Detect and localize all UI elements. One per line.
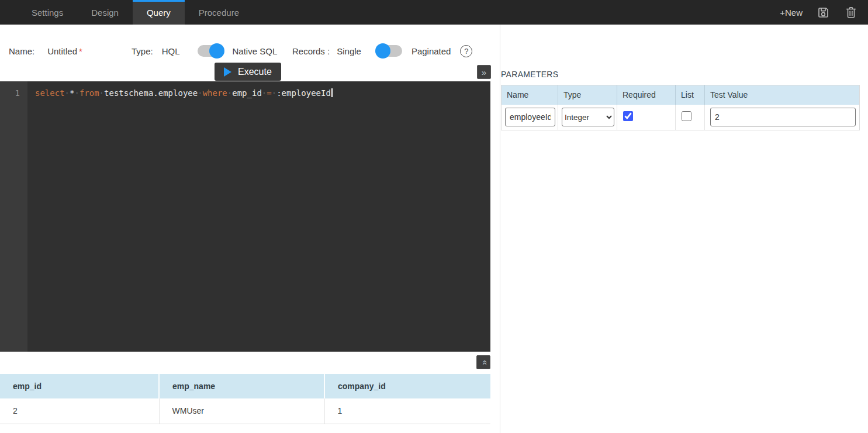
type-option-hql[interactable]: HQL	[162, 46, 180, 56]
play-icon	[224, 67, 231, 77]
parameters-title: PARAMETERS	[501, 70, 558, 79]
param-name-input[interactable]	[505, 108, 555, 126]
editor-code-area[interactable]: select·*·from·testschema.employee·where·…	[27, 81, 490, 352]
param-test-value-input[interactable]	[710, 108, 856, 126]
tab-procedure[interactable]: Procedure	[185, 0, 253, 25]
param-list-checkbox[interactable]	[682, 111, 691, 121]
expand-panel-button[interactable]: »	[477, 65, 491, 79]
code-line[interactable]: select·*·from·testschema.employee·where·…	[35, 88, 490, 99]
editor-gutter: 1	[0, 81, 27, 352]
query-name-value[interactable]: Untitled	[47, 46, 77, 56]
type-toggle-group: Type: HQL Native SQL	[132, 43, 277, 59]
save-icon[interactable]	[815, 5, 831, 20]
type-toggle-knob[interactable]	[209, 43, 224, 59]
sql-editor[interactable]: 1 select·*·from·testschema.employee·wher…	[0, 81, 490, 352]
param-col-name: Name	[502, 85, 558, 105]
double-chevron-up-icon: »	[479, 360, 489, 365]
tab-query[interactable]: Query	[133, 0, 185, 25]
tab-bar: Settings Design Query Procedure	[18, 0, 253, 25]
result-cell-emp-id: 2	[0, 398, 159, 424]
parameters-header-row: Name Type Required List Test Value	[502, 85, 860, 105]
tab-design[interactable]: Design	[77, 0, 133, 25]
name-label: Name:	[9, 46, 34, 56]
result-cell-emp-name: WMUser	[159, 398, 324, 424]
topbar-actions: +New	[780, 0, 868, 25]
result-col-emp-id: emp_id	[0, 374, 159, 398]
line-number: 1	[15, 88, 20, 98]
collapse-results-button[interactable]: »	[476, 355, 490, 369]
records-option-paginated[interactable]: Paginated	[411, 46, 451, 56]
type-toggle[interactable]	[198, 45, 223, 57]
type-label: Type:	[132, 46, 153, 56]
parameters-table: Name Type Required List Test Value Integ…	[501, 85, 860, 130]
param-col-list: List	[676, 85, 705, 105]
records-option-single[interactable]: Single	[337, 46, 361, 56]
panel-divider	[500, 25, 500, 433]
result-col-emp-name: emp_name	[159, 374, 324, 398]
result-row: 2 WMUser 1	[0, 398, 490, 424]
topbar: Settings Design Query Procedure +New	[0, 0, 868, 25]
tab-settings[interactable]: Settings	[18, 0, 77, 25]
param-col-required: Required	[617, 85, 676, 105]
double-chevron-right-icon: »	[482, 67, 486, 77]
param-required-checkbox[interactable]	[623, 111, 633, 121]
new-button[interactable]: +New	[780, 8, 803, 18]
type-option-native-sql[interactable]: Native SQL	[233, 46, 278, 56]
records-toggle-knob[interactable]	[375, 43, 390, 59]
parameter-row: Integer	[502, 105, 860, 130]
execute-label: Execute	[238, 67, 272, 77]
execute-button[interactable]: Execute	[215, 63, 281, 81]
results-header-row: emp_id emp_name company_id	[0, 374, 490, 398]
results-table: emp_id emp_name company_id 2 WMUser 1	[0, 374, 490, 424]
records-toggle-group: Records : Single Paginated ?	[292, 43, 472, 59]
help-icon[interactable]: ?	[460, 45, 472, 57]
records-toggle[interactable]	[376, 45, 402, 57]
result-col-company-id: company_id	[324, 374, 490, 398]
name-field-group: Name: Untitled *	[9, 43, 82, 59]
required-marker: *	[79, 46, 82, 56]
records-label: Records :	[292, 46, 330, 56]
delete-icon[interactable]	[843, 5, 859, 20]
param-col-type: Type	[558, 85, 617, 105]
result-cell-company-id: 1	[324, 398, 490, 424]
param-type-select[interactable]: Integer	[562, 108, 614, 126]
text-cursor	[331, 88, 333, 97]
param-col-test-value: Test Value	[705, 85, 860, 105]
